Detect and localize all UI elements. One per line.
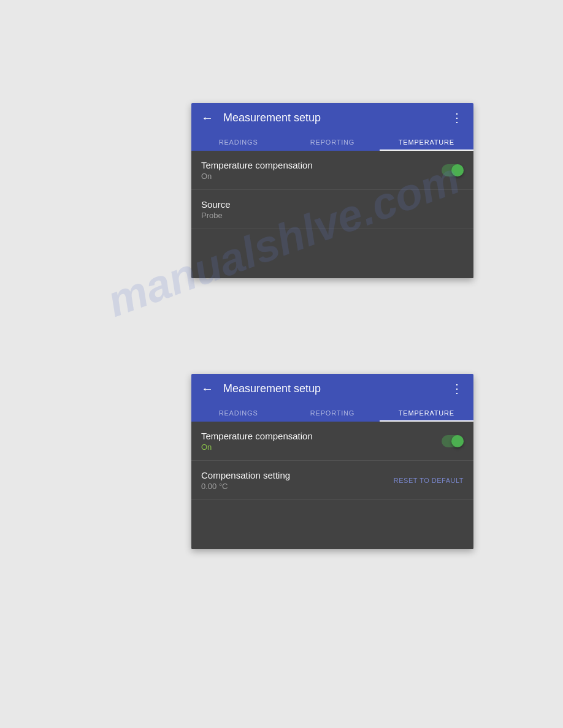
tab-temperature-top[interactable]: TEMPERATURE — [380, 132, 473, 151]
source-text: Source Probe — [201, 199, 231, 220]
source-label: Source — [201, 199, 231, 210]
panel-top-header-left: ← Measurement setup — [201, 111, 321, 125]
panel-top-empty-area — [191, 229, 473, 278]
toggle-knob-2 — [451, 435, 464, 447]
panel-bottom-header: ← Measurement setup ⋮ — [191, 374, 473, 403]
tab-readings-bottom[interactable]: READINGS — [191, 403, 285, 422]
panel-bottom-empty-area — [191, 500, 473, 549]
panel-bottom-title: Measurement setup — [223, 382, 321, 395]
more-options-button[interactable]: ⋮ — [451, 110, 464, 125]
panel-bottom-header-left: ← Measurement setup — [201, 382, 321, 396]
panel-bottom: ← Measurement setup ⋮ READINGS REPORTING… — [191, 374, 473, 549]
panel-bottom-tab-bar: READINGS REPORTING TEMPERATURE — [191, 403, 473, 422]
panel-top: ← Measurement setup ⋮ READINGS REPORTING… — [191, 103, 473, 278]
compensation-setting-row[interactable]: Compensation setting 0.00 °C RESET TO DE… — [191, 461, 473, 500]
page-background: manualshlve.com ← Measurement setup ⋮ RE… — [0, 0, 563, 728]
panel-top-tab-bar: READINGS REPORTING TEMPERATURE — [191, 132, 473, 151]
temperature-compensation-toggle[interactable] — [442, 164, 464, 176]
source-row[interactable]: Source Probe — [191, 190, 473, 229]
temperature-compensation-label-2: Temperature compensation — [201, 431, 313, 441]
source-sublabel: Probe — [201, 211, 231, 220]
panel-top-header: ← Measurement setup ⋮ — [191, 103, 473, 132]
compensation-setting-label: Compensation setting — [201, 470, 290, 480]
temperature-compensation-row-2[interactable]: Temperature compensation On — [191, 422, 473, 461]
back-button-bottom[interactable]: ← — [201, 382, 213, 396]
temperature-compensation-sublabel: On — [201, 172, 313, 181]
tab-readings-top[interactable]: READINGS — [191, 132, 285, 151]
temperature-compensation-sublabel-2: On — [201, 442, 313, 452]
temperature-compensation-row[interactable]: Temperature compensation On — [191, 151, 473, 190]
tab-reporting-bottom[interactable]: REPORTING — [285, 403, 379, 422]
panel-bottom-body: Temperature compensation On Compensation… — [191, 422, 473, 549]
temperature-compensation-toggle-container — [442, 164, 464, 176]
more-options-button-bottom[interactable]: ⋮ — [451, 381, 464, 396]
reset-to-default-button[interactable]: RESET TO DEFAULT — [394, 477, 464, 484]
temperature-compensation-toggle-2[interactable] — [442, 435, 464, 447]
toggle-knob — [451, 164, 464, 176]
tab-reporting-top[interactable]: REPORTING — [285, 132, 379, 151]
panel-top-body: Temperature compensation On Source Probe — [191, 151, 473, 278]
back-button[interactable]: ← — [201, 111, 213, 125]
temperature-compensation-label: Temperature compensation — [201, 160, 313, 170]
tab-temperature-bottom[interactable]: TEMPERATURE — [380, 403, 473, 422]
temperature-compensation-toggle-container-2 — [442, 435, 464, 447]
compensation-setting-sublabel: 0.00 °C — [201, 482, 290, 491]
temperature-compensation-text: Temperature compensation On — [201, 160, 313, 181]
panel-top-title: Measurement setup — [223, 112, 321, 124]
temperature-compensation-text-2: Temperature compensation On — [201, 431, 313, 452]
compensation-setting-text: Compensation setting 0.00 °C — [201, 470, 290, 491]
